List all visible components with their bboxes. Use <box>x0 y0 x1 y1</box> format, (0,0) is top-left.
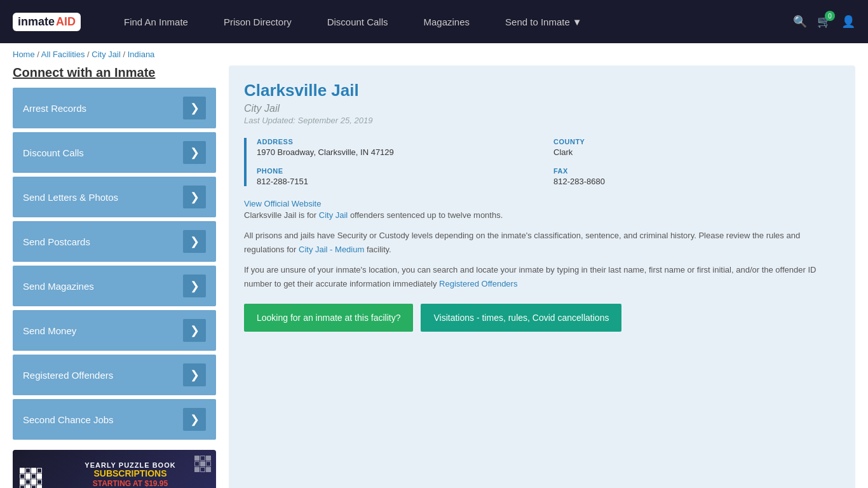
cart-button[interactable]: 🛒 0 <box>817 15 831 29</box>
search-button[interactable]: 🔍 <box>793 15 807 29</box>
sidebar-btn-arrest-records[interactable]: Arrest Records ❯ <box>13 88 216 128</box>
description-1: Clarksville Jail is for City Jail offend… <box>244 208 840 222</box>
address-block: ADDRESS 1970 Broadway, Clarksville, IN 4… <box>257 138 543 157</box>
arrow-icon: ❯ <box>183 230 206 253</box>
registered-offenders-link[interactable]: Registered Offenders <box>439 279 517 288</box>
logo[interactable]: inmate AID <box>13 13 81 31</box>
facility-type: City Jail <box>244 103 840 114</box>
connect-title: Connect with an Inmate <box>13 65 216 80</box>
sidebar-btn-discount-calls[interactable]: Discount Calls ❯ <box>13 132 216 173</box>
fax-value: 812-283-8680 <box>553 177 840 186</box>
facility-updated: Last Updated: September 25, 2019 <box>244 116 840 125</box>
sidebar-btn-send-magazines[interactable]: Send Magazines ❯ <box>13 266 216 306</box>
advertisement[interactable]: YEARLY PUZZLE BOOK SUBSCRIPTIONS STARTIN… <box>13 450 216 488</box>
info-grid: ADDRESS 1970 Broadway, Clarksville, IN 4… <box>244 138 840 186</box>
phone-value: 812-288-7151 <box>257 177 543 186</box>
account-icon: 👤 <box>841 15 855 29</box>
ad-line2: SUBSCRIPTIONS <box>51 469 210 478</box>
account-button[interactable]: 👤 <box>841 15 855 29</box>
logo-aid-text: AID <box>56 15 76 29</box>
nav-magazines[interactable]: Magazines <box>406 0 488 43</box>
county-block: COUNTY Clark <box>553 138 840 157</box>
breadcrumb-home[interactable]: Home <box>13 50 35 59</box>
arrow-icon: ❯ <box>183 408 206 431</box>
facility-name: Clarksville Jail <box>244 81 840 100</box>
sidebar-btn-send-money[interactable]: Send Money ❯ <box>13 310 216 351</box>
phone-block: PHONE 812-288-7151 <box>257 167 543 186</box>
nav-icons: 🔍 🛒 0 👤 <box>793 15 855 29</box>
visitations-button[interactable]: Visitations - times, rules, Covid cancel… <box>421 304 621 332</box>
breadcrumb-city-jail[interactable]: City Jail <box>92 50 121 59</box>
sidebar-btn-second-chance-jobs[interactable]: Second Chance Jobs ❯ <box>13 399 216 440</box>
nav-find-inmate[interactable]: Find An Inmate <box>106 0 206 43</box>
breadcrumb: Home / All Facilities / City Jail / Indi… <box>0 43 868 65</box>
navbar: inmate AID Find An Inmate Prison Directo… <box>0 0 868 43</box>
nav-send-to-inmate[interactable]: Send to Inmate ▼ <box>487 0 600 43</box>
main-container: Connect with an Inmate Arrest Records ❯ … <box>0 65 868 488</box>
cart-badge: 0 <box>825 11 835 21</box>
arrow-icon: ❯ <box>183 97 206 119</box>
search-icon: 🔍 <box>793 15 807 29</box>
find-inmate-button[interactable]: Looking for an inmate at this facility? <box>244 304 413 332</box>
dropdown-icon: ▼ <box>573 17 582 27</box>
description-2: All prisons and jails have Security or C… <box>244 229 840 257</box>
nav-links: Find An Inmate Prison Directory Discount… <box>106 0 793 43</box>
fax-label: FAX <box>553 167 840 175</box>
arrow-icon: ❯ <box>183 274 206 297</box>
nav-prison-directory[interactable]: Prison Directory <box>206 0 309 43</box>
description-3: If you are unsure of your inmate's locat… <box>244 263 840 291</box>
breadcrumb-state[interactable]: Indiana <box>128 50 155 59</box>
county-label: COUNTY <box>553 138 840 146</box>
content-area: Clarksville Jail City Jail Last Updated:… <box>229 65 855 488</box>
county-value: Clark <box>553 147 840 157</box>
official-website-link[interactable]: View Official Website <box>244 199 840 208</box>
arrow-icon: ❯ <box>183 363 206 386</box>
action-buttons: Looking for an inmate at this facility? … <box>244 304 840 332</box>
sidebar-btn-registered-offenders[interactable]: Registered Offenders ❯ <box>13 355 216 395</box>
breadcrumb-all-facilities[interactable]: All Facilities <box>41 50 85 59</box>
logo-inmate-text: inmate <box>18 15 55 29</box>
phone-label: PHONE <box>257 167 543 175</box>
arrow-icon: ❯ <box>183 186 206 208</box>
address-label: ADDRESS <box>257 138 543 146</box>
address-value: 1970 Broadway, Clarksville, IN 47129 <box>257 147 543 157</box>
city-jail-link-1[interactable]: City Jail <box>319 210 348 220</box>
fax-block: FAX 812-283-8680 <box>553 167 840 186</box>
sidebar-btn-send-postcards[interactable]: Send Postcards ❯ <box>13 221 216 262</box>
city-jail-medium-link[interactable]: City Jail - Medium <box>299 245 364 254</box>
sidebar: Connect with an Inmate Arrest Records ❯ … <box>13 65 216 488</box>
nav-discount-calls[interactable]: Discount Calls <box>309 0 406 43</box>
arrow-icon: ❯ <box>183 141 206 164</box>
sidebar-btn-send-letters[interactable]: Send Letters & Photos ❯ <box>13 177 216 217</box>
ad-price: STARTING AT $19.95 <box>51 479 210 488</box>
arrow-icon: ❯ <box>183 319 206 342</box>
